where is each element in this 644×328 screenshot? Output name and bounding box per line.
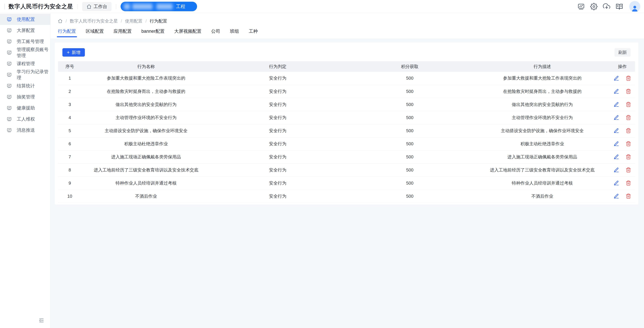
sidebar-item-8[interactable]: 抽奖管理 [0, 91, 50, 102]
user-avatar[interactable] [629, 1, 640, 12]
breadcrumb-separator: / [121, 19, 122, 24]
column-header: 操作 [610, 61, 635, 72]
cell-actions [610, 163, 635, 177]
trash-icon[interactable] [626, 88, 631, 94]
tab-8[interactable]: 工种 [249, 28, 258, 39]
sidebar-item-label: 抽奖管理 [17, 94, 35, 100]
trash-icon[interactable] [626, 180, 631, 186]
table-row: 6积极主动杜绝违章作业安全行为500积极主动杜绝违章作业 [58, 137, 635, 150]
add-button[interactable]: + 新增 [62, 48, 85, 57]
table-row: 10不酒后作业安全行为500不酒后作业 [58, 190, 635, 203]
tab-4[interactable]: banner配置 [142, 28, 164, 39]
trash-icon[interactable] [626, 154, 631, 160]
sidebar-item-1[interactable]: 使用配置 [0, 14, 50, 25]
monitor-chart-icon [7, 117, 12, 122]
tab-3[interactable]: 应用配置 [114, 28, 132, 39]
trash-icon[interactable] [626, 141, 631, 147]
cell-description: 特种作业人员经培训并通过考核 [475, 177, 610, 190]
cell-description: 在抢险救灾时挺身而出，主动参与救援的 [475, 85, 610, 98]
breadcrumb-item[interactable]: 使用配置 [125, 18, 142, 24]
cell-description: 参加重大救援和重大抢险工作表现突出的 [475, 72, 610, 85]
cell-index: 5 [58, 124, 82, 137]
dashboard-icon[interactable] [577, 3, 585, 11]
cell-description: 不酒后作业 [475, 190, 610, 203]
trash-icon[interactable] [626, 102, 631, 107]
table-row: 1参加重大救援和重大抢险工作表现突出的安全行为500参加重大救援和重大抢险工作表… [58, 72, 635, 85]
cell-points: 500 [345, 85, 475, 98]
sidebar-item-11[interactable]: 消息推送 [0, 125, 50, 136]
edit-pen-icon[interactable] [614, 154, 619, 160]
cell-index: 2 [58, 85, 82, 98]
divider [116, 4, 116, 9]
workbench-button[interactable]: 工作台 [82, 2, 112, 11]
sidebar-item-4[interactable]: 管理观察员账号管理 [0, 47, 50, 58]
trash-icon[interactable] [626, 75, 631, 81]
menu-fold-icon [38, 317, 44, 323]
sidebar-collapse-button[interactable] [38, 317, 44, 323]
gear-icon[interactable] [590, 3, 598, 11]
cell-description: 做出其他突出的安全贡献的行为 [475, 98, 610, 111]
monitor-chart-icon [7, 128, 12, 133]
sidebar-item-5[interactable]: 课程管理 [0, 58, 50, 69]
table-row: 5主动搭设安全防护设施，确保作业环境安全安全行为500主动搭设安全防护设施，确保… [58, 124, 635, 137]
edit-pen-icon[interactable] [614, 75, 619, 81]
sidebar-item-10[interactable]: 工人维权 [0, 113, 50, 125]
cell-description: 进入施工现场正确佩戴各类劳保用品 [475, 150, 610, 163]
edit-pen-icon[interactable] [614, 141, 619, 147]
cell-name: 参加重大救援和重大抢险工作表现突出的 [82, 72, 211, 85]
tab-1[interactable]: 行为配置 [58, 28, 76, 39]
breadcrumb-separator: / [66, 19, 67, 24]
sidebar-item-6[interactable]: 学习行为记录管理 [0, 69, 50, 80]
trash-icon[interactable] [626, 167, 631, 173]
cell-judgment: 安全行为 [211, 190, 345, 203]
cell-name: 不酒后作业 [82, 190, 211, 203]
cell-index: 7 [58, 150, 82, 163]
edit-pen-icon[interactable] [614, 128, 619, 133]
tab-2[interactable]: 区域配置 [86, 28, 104, 39]
trash-icon[interactable] [626, 115, 631, 120]
cell-judgment: 安全行为 [211, 124, 345, 137]
cell-description: 主动管理作业环境的不安全行为 [475, 111, 610, 124]
cell-actions [610, 177, 635, 190]
edit-pen-icon[interactable] [614, 115, 619, 120]
cell-points: 500 [345, 163, 475, 177]
sidebar-item-label: 劳工账号管理 [17, 39, 44, 45]
cloud-download-icon[interactable] [603, 3, 610, 11]
edit-pen-icon[interactable] [614, 193, 619, 199]
edit-pen-icon[interactable] [614, 180, 619, 186]
cell-description: 主动搭设安全防护设施，确保作业环境安全 [475, 124, 610, 137]
topbar-actions [577, 1, 644, 12]
cell-judgment: 安全行为 [211, 150, 345, 163]
title-accent-bar [4, 4, 5, 10]
column-header: 序号 [58, 61, 82, 72]
behavior-table: 序号行为名称行为判定积分获取行为描述操作 1参加重大救援和重大抢险工作表现突出的… [58, 61, 635, 203]
tab-7[interactable]: 班组 [230, 28, 239, 39]
edit-pen-icon[interactable] [614, 167, 619, 173]
column-header: 行为描述 [475, 61, 610, 72]
cell-judgment: 安全行为 [211, 163, 345, 177]
breadcrumb-item[interactable]: 数字人民币行为安全之星 [70, 18, 118, 24]
home-icon[interactable] [58, 19, 62, 23]
tab-6[interactable]: 公司 [211, 28, 220, 39]
sidebar-item-label: 大屏配置 [17, 27, 35, 33]
trash-icon[interactable] [626, 128, 631, 133]
edit-pen-icon[interactable] [614, 88, 619, 94]
table-row: 7进入施工现场正确佩戴各类劳保用品安全行为500进入施工现场正确佩戴各类劳保用品 [58, 150, 635, 163]
tab-bar: 行为配置区域配置应用配置banner配置大屏视频配置公司班组工种 [58, 28, 636, 39]
tab-5[interactable]: 大屏视频配置 [174, 28, 202, 39]
refresh-button[interactable]: 刷新 [614, 48, 630, 57]
main-content: /数字人民币行为安全之星/使用配置/行为配置 行为配置区域配置应用配置banne… [50, 13, 644, 328]
cell-actions [610, 150, 635, 163]
docs-book-icon[interactable] [616, 3, 623, 11]
sidebar-item-7[interactable]: 结算统计 [0, 80, 50, 91]
sidebar-item-label: 课程管理 [17, 61, 35, 67]
trash-icon[interactable] [626, 193, 631, 199]
breadcrumb: /数字人民币行为安全之星/使用配置/行为配置 [58, 13, 636, 24]
sidebar-item-3[interactable]: 劳工账号管理 [0, 36, 50, 47]
edit-pen-icon[interactable] [614, 102, 619, 107]
breadcrumb-separator: / [146, 19, 146, 24]
sidebar-item-9[interactable]: 健康援助 [0, 102, 50, 113]
sidebar-item-2[interactable]: 大屏配置 [0, 25, 50, 36]
cell-name: 进入工地前经历了三级安全教育培训以及安全技术交底 [82, 163, 211, 177]
project-switcher-pill[interactable]: 工程 [120, 2, 197, 11]
